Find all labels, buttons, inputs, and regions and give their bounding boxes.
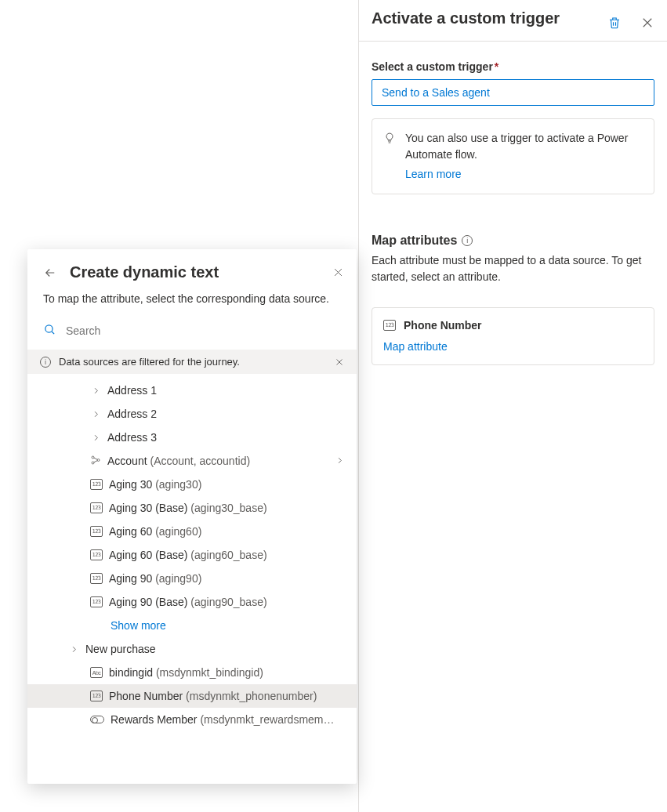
attribute-card[interactable]: 123 Phone Number Map attribute [372,307,654,365]
lookup-icon [90,455,101,468]
chevron-right-icon [90,433,101,442]
close-icon[interactable] [640,16,654,30]
activate-trigger-panel: Activate a custom trigger Select a custo… [358,0,667,812]
svg-point-0 [45,324,53,332]
tree-item[interactable]: 123Aging 30 (aging30) [27,473,357,496]
svg-point-3 [97,459,100,461]
tree-item[interactable]: 123Aging 30 (Base) (aging30_base) [27,496,357,520]
tree-item[interactable]: Address 3 [27,426,357,449]
chevron-right-icon [68,645,79,654]
chevron-right-icon [90,410,101,419]
number-type-icon: 123 [90,691,103,701]
filter-bar: i Data sources are filtered for the jour… [27,350,357,374]
number-type-icon: 123 [90,502,103,513]
tree-item[interactable]: Abcbindingid (msdynmkt_bindingid) [27,661,357,684]
number-type-icon: 123 [90,549,103,560]
tree-item[interactable]: 123Aging 60 (aging60) [27,520,357,543]
tree-item-label: Account (Account, accountid) [107,455,250,467]
number-type-icon: 123 [90,596,103,607]
tree-item[interactable]: Address 1 [27,379,357,402]
trigger-select[interactable]: Send to a Sales agent [372,79,654,106]
text-type-icon: Abc [90,667,103,678]
chevron-right-icon [335,455,344,467]
filter-close-icon[interactable] [335,357,344,367]
tree-item-label: Aging 30 (aging30) [109,478,201,491]
popover-desc: To map the attribute, select the corresp… [27,286,357,317]
filter-info-icon: i [40,357,51,368]
popover-title: Create dynamic text [70,263,320,281]
tree-item[interactable]: Rewards Member (msdynmkt_rewardsmem… [27,708,357,731]
tree-item-label: Phone Number (msdynmkt_phonenumber) [109,690,317,702]
tree-item[interactable]: 123Aging 90 (aging90) [27,567,357,590]
tree-item[interactable]: Account (Account, accountid) [27,449,357,473]
learn-more-link[interactable]: Learn more [405,166,643,183]
popover-close-icon[interactable] [332,266,344,278]
tree-item[interactable]: Address 2 [27,402,357,426]
svg-point-2 [92,462,94,464]
svg-point-1 [92,456,94,459]
tree-item-label: Address 1 [107,384,157,397]
search-input[interactable] [66,321,341,340]
filter-text: Data sources are filtered for the journe… [59,356,240,368]
map-attributes-title: Map attributes [372,234,457,248]
show-more-link[interactable]: Show more [27,614,357,637]
select-trigger-label: Select a custom trigger* [372,60,654,73]
tree-item-label: Aging 60 (aging60) [109,525,201,538]
tree-item-label: Address 2 [107,408,157,420]
boolean-type-icon [90,716,104,723]
data-source-tree[interactable]: Address 1Address 2Address 3Account (Acco… [27,374,357,784]
panel-header: Activate a custom trigger [359,0,667,42]
panel-title: Activate a custom trigger [372,8,560,28]
tree-item-label: Aging 90 (Base) (aging90_base) [109,596,267,608]
info-icon[interactable]: i [462,235,473,246]
tree-item[interactable]: 123Aging 60 (Base) (aging60_base) [27,543,357,567]
tree-item-label: Rewards Member (msdynmkt_rewardsmem… [111,713,335,726]
tree-item-label: Aging 30 (Base) (aging30_base) [109,502,267,514]
tree-item[interactable]: 123Phone Number (msdynmkt_phonenumber) [27,684,357,708]
tree-item-label: Aging 90 (aging90) [109,572,201,585]
info-card: You can also use a trigger to activate a… [372,118,654,194]
map-attribute-link[interactable]: Map attribute [383,340,448,353]
tree-item[interactable]: New purchase [27,637,357,661]
lightbulb-icon [383,130,396,183]
tree-item-label: New purchase [85,643,156,655]
tree-item[interactable]: 123Aging 90 (Base) (aging90_base) [27,590,357,614]
number-type-icon: 123 [90,526,103,537]
search-icon [43,323,56,339]
show-more-label: Show more [27,619,166,632]
number-type-icon: 123 [90,479,103,490]
number-type-icon: 123 [90,573,103,584]
delete-icon[interactable] [607,16,622,30]
dynamic-text-popover: Create dynamic text To map the attribute… [27,249,357,784]
back-icon[interactable] [43,266,57,280]
number-type-icon: 123 [383,320,396,331]
map-attributes-desc: Each attribute must be mapped to a data … [372,252,654,285]
chevron-right-icon [90,386,101,395]
attribute-name: Phone Number [404,319,482,332]
tree-item-label: Address 3 [107,431,157,444]
tree-item-label: Aging 60 (Base) (aging60_base) [109,549,267,561]
tree-item-label: bindingid (msdynmkt_bindingid) [109,666,263,679]
info-text: You can also use a trigger to activate a… [405,132,628,161]
